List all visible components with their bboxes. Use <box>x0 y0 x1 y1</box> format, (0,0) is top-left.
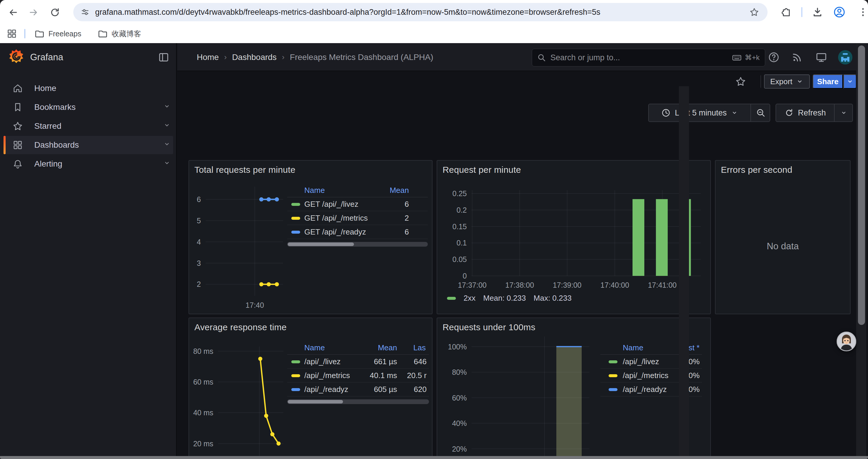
sidebar-item-label: Starred <box>34 117 61 135</box>
series-value: 40.1 ms <box>370 369 397 382</box>
url-bar[interactable]: grafana.mathmast.com/d/deytv4rwavabkb/fr… <box>73 3 768 21</box>
legend-scrollbar[interactable] <box>287 242 428 247</box>
series-name[interactable]: /api/_/readyz <box>304 383 348 396</box>
bookmark-folder-blogs[interactable]: 收藏博客 <box>97 24 141 43</box>
sidebar-nav: HomeBookmarksStarredDashboardsAlerting <box>4 79 173 174</box>
bookmark-star-icon[interactable] <box>749 7 759 17</box>
sidebar-item-dashboards[interactable]: Dashboards <box>4 136 173 154</box>
search-placeholder: Search or jump to... <box>550 53 732 62</box>
svg-text:60 ms: 60 ms <box>193 378 213 386</box>
svg-text:2: 2 <box>197 280 201 288</box>
sidebar: Grafana HomeBookmarksStarredDashboardsAl… <box>0 43 177 459</box>
site-settings-icon[interactable] <box>80 7 90 17</box>
favorite-star-icon[interactable] <box>735 76 746 88</box>
legend-col-name[interactable]: Name <box>623 341 643 355</box>
series-name[interactable]: /api/_/livez <box>623 355 659 368</box>
series-name[interactable]: /api/_/readyz <box>623 383 667 396</box>
legend-col[interactable]: Las <box>413 341 426 355</box>
refresh-button[interactable]: Refresh <box>776 104 834 121</box>
kebab-menu-icon[interactable] <box>857 6 868 18</box>
extensions-icon[interactable] <box>780 6 792 18</box>
svg-text:17:39:00: 17:39:00 <box>553 281 582 289</box>
time-range-picker[interactable]: Last 5 minutes <box>648 104 770 122</box>
legend-scrollbar-thumb[interactable] <box>288 400 343 403</box>
kiosk-monitor-icon[interactable] <box>815 52 827 64</box>
forward-icon[interactable] <box>28 7 38 18</box>
scrollbar-thumb[interactable] <box>858 45 865 325</box>
svg-text:0.15: 0.15 <box>452 222 467 231</box>
legend-col-name[interactable]: Name <box>304 341 325 355</box>
app-header: Home›Dashboards›Freeleaps Metrics Dashbo… <box>177 43 868 71</box>
export-button[interactable]: Export <box>764 74 810 89</box>
grafana-logo[interactable] <box>8 48 25 67</box>
svg-text:17:40: 17:40 <box>246 301 264 309</box>
breadcrumb-item-1[interactable]: Home <box>197 53 219 62</box>
sidebar-item-starred[interactable]: Starred <box>4 117 173 135</box>
svg-text:40 ms: 40 ms <box>193 408 213 417</box>
panel-average-response-time: Average response time 0 s20 ms40 ms60 ms… <box>188 318 433 459</box>
back-icon[interactable] <box>8 7 18 18</box>
scrollbar-track[interactable] <box>856 43 866 456</box>
series-name[interactable]: GET /api/_/readyz <box>304 225 366 239</box>
apps-grid-icon[interactable] <box>6 28 17 39</box>
sidebar-item-home[interactable]: Home <box>4 79 173 97</box>
legend-request-per-minute[interactable]: 2xx Mean: 0.233 Max: 0.233 <box>447 294 572 303</box>
series-name[interactable]: GET /api/_/livez <box>304 197 359 211</box>
series-mean: Mean: 0.233 <box>483 294 526 303</box>
legend-row[interactable]: /api/_/livez661 µs646 <box>287 355 429 369</box>
legend-col-name[interactable]: Name <box>304 184 325 197</box>
series-name[interactable]: GET /api/_/metrics <box>304 211 368 225</box>
legend-row[interactable]: GET /api/_/livez6 <box>287 197 428 211</box>
legend-col[interactable]: Mean <box>378 341 397 355</box>
search-input[interactable]: Search or jump to... ⌘+k <box>532 49 765 66</box>
sidebar-item-alerting[interactable]: Alerting <box>4 155 173 173</box>
series-color-chip <box>291 203 300 206</box>
refresh-interval-button[interactable] <box>834 104 854 121</box>
bookmark-folder-freeleaps[interactable]: Freeleaps <box>34 24 81 43</box>
no-data-message: No data <box>716 241 850 252</box>
refresh-control[interactable]: Refresh <box>776 104 853 122</box>
svg-text:0: 0 <box>463 272 467 280</box>
url-text[interactable]: grafana.mathmast.com/d/deytv4rwavabkb/fr… <box>95 3 748 21</box>
legend-row[interactable]: /api/_/readyz605 µs620 <box>287 383 429 396</box>
rss-icon[interactable] <box>791 52 803 64</box>
breadcrumb-item-3: Freeleaps Metrics Dashboard (ALPHA) <box>290 53 433 62</box>
grafana-app: Grafana HomeBookmarksStarredDashboardsAl… <box>0 43 868 459</box>
panel-title[interactable]: Errors per second <box>721 165 793 175</box>
bookmark-icon <box>12 102 23 114</box>
series-name[interactable]: /api/_/livez <box>304 355 341 368</box>
share-button[interactable]: Share <box>813 74 843 89</box>
svg-text:0.05: 0.05 <box>452 255 467 263</box>
legend-row[interactable]: GET /api/_/readyz6 <box>287 225 428 239</box>
download-icon[interactable] <box>812 6 823 18</box>
sidebar-item-bookmarks[interactable]: Bookmarks <box>4 98 173 117</box>
user-avatar[interactable] <box>838 50 852 66</box>
series-name[interactable]: /api/_/metrics <box>623 369 669 382</box>
sidebar-item-label: Home <box>34 79 56 97</box>
help-icon[interactable] <box>768 52 780 64</box>
series-color-chip <box>291 388 300 391</box>
svg-text:60%: 60% <box>452 394 467 402</box>
sidebar-toggle-icon[interactable] <box>158 52 169 64</box>
legend-row[interactable]: GET /api/_/metrics2 <box>287 211 428 225</box>
floating-assistant-avatar[interactable] <box>836 331 857 352</box>
svg-text:20%: 20% <box>452 445 467 453</box>
chevron-down-icon <box>163 121 171 130</box>
sidebar-item-label: Dashboards <box>34 136 79 154</box>
reload-icon[interactable] <box>50 7 60 18</box>
profile-icon[interactable] <box>833 6 845 18</box>
series-name[interactable]: /api/_/metrics <box>304 369 350 382</box>
series-value: 605 µs <box>374 383 397 396</box>
share-menu-button[interactable] <box>843 74 857 89</box>
legend-row[interactable]: /api/_/metrics40.1 ms20.5 r <box>287 369 429 383</box>
breadcrumb-item-2[interactable]: Dashboards <box>232 53 277 62</box>
panel-requests-under-100ms: Requests under 100ms 0%20%40%60%80%100%1… <box>437 318 711 459</box>
svg-text:4: 4 <box>197 238 201 246</box>
legend-scrollbar-thumb[interactable] <box>288 242 354 246</box>
legend-col[interactable]: Mean <box>390 184 409 197</box>
chart-request-per-minute[interactable]: 00.050.10.150.20.2517:37:0017:38:0017:39… <box>437 161 710 314</box>
legend-scrollbar[interactable] <box>287 399 429 404</box>
bookmark-folder-label: Freeleaps <box>49 30 81 38</box>
zoom-out-button[interactable] <box>750 104 771 121</box>
page-scrollbar-track[interactable] <box>679 86 689 459</box>
